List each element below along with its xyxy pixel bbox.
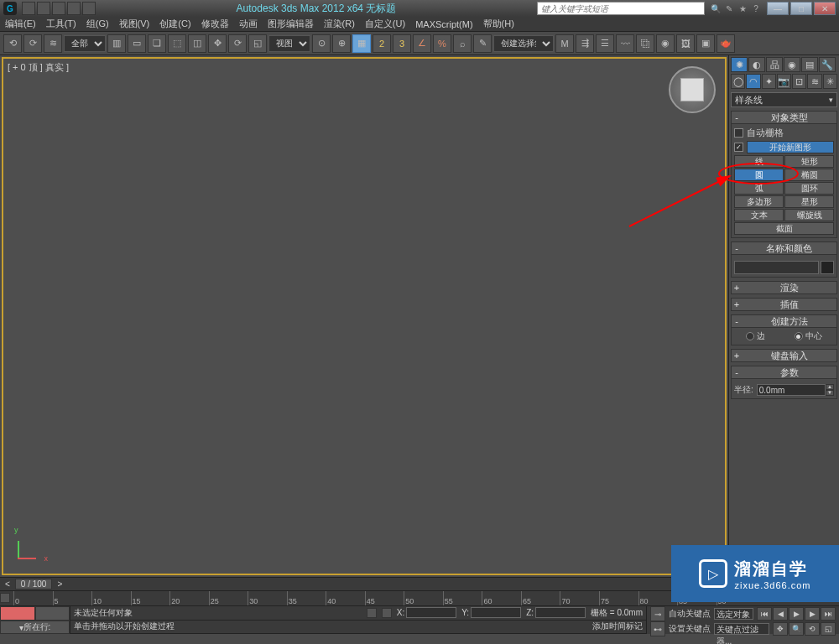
menu-item[interactable]: 图形编辑器	[268, 18, 314, 30]
shape-button-截面[interactable]: 截面	[734, 222, 834, 235]
key-icon[interactable]: ⊸	[650, 606, 665, 621]
timeslider-next-icon[interactable]: >	[57, 579, 62, 589]
geometry-icon[interactable]: ◯	[731, 74, 745, 89]
add-time-tag[interactable]: 添加时间标记	[592, 621, 643, 632]
timeslider-handle[interactable]: 0 / 100	[15, 579, 53, 589]
shape-button-星形[interactable]: 星形	[784, 195, 834, 208]
menu-item[interactable]: 视图(V)	[119, 18, 150, 30]
object-name-input[interactable]	[734, 261, 819, 274]
scale-icon[interactable]: ◱	[248, 34, 267, 53]
link-icon[interactable]: ⟲	[3, 34, 22, 53]
object-color-swatch[interactable]	[821, 261, 834, 274]
nav-zoom-icon[interactable]: 🔍	[789, 622, 804, 636]
menu-item[interactable]: 编辑(E)	[5, 18, 36, 30]
systems-icon[interactable]: ✳	[823, 74, 837, 89]
rollout-interp[interactable]: +插值	[731, 298, 837, 311]
play-icon[interactable]: ▶	[789, 607, 804, 621]
select-name-icon[interactable]: ❏	[148, 34, 166, 53]
space-warps-icon[interactable]: ≋	[807, 74, 821, 89]
helpers-icon[interactable]: ⊡	[792, 74, 806, 89]
menu-item[interactable]: 动画	[239, 18, 258, 30]
angle-snap-icon[interactable]: ∠	[413, 34, 431, 53]
radius-spin-up[interactable]: ▲	[826, 384, 834, 390]
pivot-icon[interactable]: ⊙	[312, 34, 331, 53]
rollout-keyboard-entry[interactable]: +键盘输入	[731, 349, 837, 362]
snap-2d-icon[interactable]: 2	[373, 34, 391, 53]
setkey-red-button[interactable]	[0, 606, 35, 621]
category-dropdown[interactable]: 样条线	[731, 92, 837, 107]
selset-drop[interactable]: 选定对象	[714, 608, 753, 620]
qat-save-icon[interactable]	[52, 2, 65, 15]
menu-item[interactable]: 组(G)	[86, 18, 109, 30]
named-selset-select[interactable]: 创建选择集	[493, 35, 554, 52]
rollout-object-type[interactable]: -对象类型	[731, 111, 837, 124]
lock-icon[interactable]	[367, 608, 377, 618]
radius-spin-down[interactable]: ▼	[826, 390, 834, 396]
rollout-name-color[interactable]: -名称和颜色	[731, 242, 837, 255]
spinner-snap-icon[interactable]: ⌕	[453, 34, 472, 53]
shape-button-多边形[interactable]: 多边形	[734, 195, 784, 208]
render-setup-icon[interactable]: 🖼	[676, 34, 695, 53]
menu-item[interactable]: 创建(C)	[159, 18, 190, 30]
close-button[interactable]: ✕	[814, 2, 836, 15]
render-icon[interactable]: 🫖	[717, 34, 735, 53]
cameras-icon[interactable]: 📷	[777, 74, 791, 89]
rollout-parameters[interactable]: -参数	[731, 366, 837, 379]
coord-x-input[interactable]	[406, 607, 456, 618]
create-tab-icon[interactable]: ✺	[731, 57, 748, 72]
material-icon[interactable]: ◉	[656, 34, 675, 53]
render-frame-icon[interactable]: ▣	[696, 34, 715, 53]
star-icon[interactable]: ★	[737, 3, 748, 14]
shape-button-弧[interactable]: 弧	[734, 182, 784, 195]
shape-button-圆[interactable]: 圆	[734, 169, 784, 181]
curve-editor-icon[interactable]: 〰	[616, 34, 634, 53]
manip-icon[interactable]: ⊕	[332, 34, 351, 53]
motion-tab-icon[interactable]: ◉	[784, 57, 800, 72]
snap-3d-icon[interactable]: 3	[393, 34, 411, 53]
search-icon[interactable]: 🔍	[710, 3, 722, 14]
selection-scope-select[interactable]: 全部	[64, 35, 106, 52]
select-icon[interactable]: ▭	[128, 34, 146, 53]
start-new-shape-button[interactable]: 开始新图形	[747, 141, 834, 153]
goto-end-icon[interactable]: ⏭	[821, 607, 836, 621]
setkey-icon[interactable]: ⊷	[650, 621, 665, 636]
move-icon[interactable]: ✥	[208, 34, 227, 53]
nav-pan-icon[interactable]: ✥	[773, 622, 788, 636]
help-icon[interactable]: ?	[750, 3, 762, 14]
keyfilter-button[interactable]: 关键点过滤器...	[714, 623, 769, 635]
shape-button-圆环[interactable]: 圆环	[784, 182, 834, 195]
qat-undo-icon[interactable]	[67, 2, 81, 15]
abs-rel-icon[interactable]	[382, 608, 392, 618]
newshape-checkbox[interactable]: ✓	[734, 143, 743, 152]
edit-named-icon[interactable]: ✎	[473, 34, 492, 53]
unlink-icon[interactable]: ⟳	[23, 34, 42, 53]
percent-snap-icon[interactable]: %	[433, 34, 451, 53]
menu-item[interactable]: 修改器	[201, 18, 229, 30]
shapes-icon[interactable]: ◠	[746, 74, 760, 89]
prev-frame-icon[interactable]: ◀	[773, 607, 788, 621]
modify-tab-icon[interactable]: ◐	[748, 57, 765, 72]
schematic-icon[interactable]: ⿻	[636, 34, 654, 53]
help-search-input[interactable]	[537, 2, 705, 15]
coord-y-input[interactable]	[471, 607, 521, 618]
setkey-grey-button[interactable]	[35, 606, 70, 621]
lights-icon[interactable]: ✦	[762, 74, 776, 89]
window-cross-icon[interactable]: ◫	[188, 34, 206, 53]
nav-orbit-icon[interactable]: ⟲	[805, 622, 820, 636]
viewport-top[interactable]: [ + 0 顶 ] 真实 ] y x	[2, 57, 727, 575]
ref-coord-select[interactable]: 视图	[268, 35, 310, 52]
viewcube[interactable]	[669, 66, 716, 113]
qat-new-icon[interactable]	[22, 2, 35, 15]
utilities-tab-icon[interactable]: 🔧	[819, 57, 836, 72]
rotate-icon[interactable]: ⟳	[228, 34, 247, 53]
rollout-render[interactable]: +渲染	[731, 281, 837, 294]
rollout-creation-method[interactable]: -创建方法	[731, 314, 837, 328]
center-radio[interactable]	[795, 332, 803, 340]
menu-item[interactable]: 工具(T)	[46, 18, 76, 30]
qat-open-icon[interactable]	[37, 2, 50, 15]
coord-z-input[interactable]	[535, 607, 586, 618]
autokey-button[interactable]: 自动关键点	[669, 608, 711, 620]
shape-button-螺旋线[interactable]: 螺旋线	[784, 209, 834, 221]
radius-input[interactable]	[757, 384, 826, 396]
mirror-icon[interactable]: M	[555, 34, 574, 53]
